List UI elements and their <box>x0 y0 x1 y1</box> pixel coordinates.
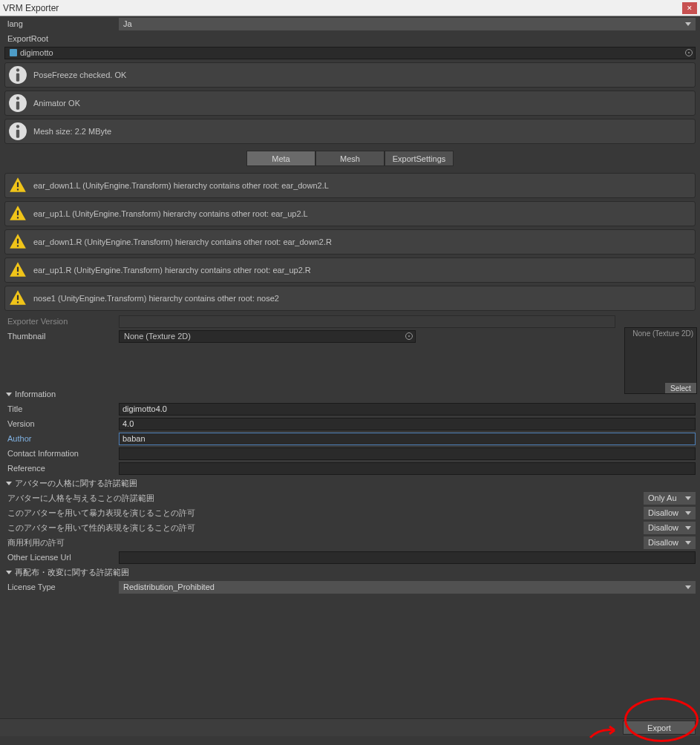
close-button[interactable]: ✕ <box>682 2 697 14</box>
warning-text: ear_down1.L (UnityEngine.Transform) hier… <box>33 181 329 190</box>
svg-rect-13 <box>17 239 19 244</box>
info-icon <box>8 122 27 141</box>
warning-1: ear_up1.L (UnityEngine.Transform) hierar… <box>4 201 696 226</box>
svg-rect-5 <box>16 102 19 110</box>
sexual-label: このアバターを用いて性的表現を演じることの許可 <box>4 522 644 534</box>
thumbnail-preview-text: None (Texture 2D) <box>625 328 696 339</box>
svg-point-4 <box>16 96 19 99</box>
author-input[interactable] <box>119 433 696 445</box>
info-text: PoseFreeze checked. OK <box>33 70 126 79</box>
thumbnail-preview: None (Texture 2D) Select <box>624 327 697 394</box>
tab-mesh[interactable]: Mesh <box>315 151 385 166</box>
warning-icon <box>8 204 27 223</box>
allowed-dropdown[interactable]: Only Au <box>644 492 696 505</box>
info-icon <box>8 93 27 113</box>
thumbnail-label: Thumbnail <box>4 332 119 341</box>
warning-text: ear_up1.R (UnityEngine.Transform) hierar… <box>33 266 311 275</box>
svg-rect-9 <box>17 183 19 188</box>
warning-icon <box>8 260 27 280</box>
thumbnail-row: Thumbnail None (Texture 2D) <box>4 329 696 344</box>
commercial-label: 商用利用の許可 <box>4 537 644 548</box>
tabs: Meta Mesh ExportSettings <box>0 147 700 170</box>
svg-rect-12 <box>17 217 19 218</box>
exporter-version-field <box>119 315 615 328</box>
redistribution-header[interactable]: 再配布・改変に関する許諾範囲 <box>4 565 696 580</box>
svg-point-7 <box>16 125 19 128</box>
thumbnail-field[interactable]: None (Texture 2D) <box>119 330 416 343</box>
allowed-label: アバターに人格を与えることの許諾範囲 <box>4 493 644 504</box>
sexual-dropdown[interactable]: Disallow <box>644 522 696 534</box>
contact-input[interactable] <box>119 447 696 460</box>
exporter-version-label: Exporter Version <box>4 317 119 326</box>
tab-meta[interactable]: Meta <box>246 151 315 166</box>
information-header[interactable]: Information <box>4 387 696 401</box>
svg-rect-14 <box>17 245 19 246</box>
exportroot-row: ExportRoot <box>4 31 696 46</box>
warning-text: ear_down1.R (UnityEngine.Transform) hier… <box>33 237 332 246</box>
otherurl-label: Other License Url <box>4 553 119 562</box>
lang-dropdown[interactable]: Ja <box>119 18 696 30</box>
foldout-icon <box>6 482 12 485</box>
lang-value: Ja <box>123 19 132 28</box>
svg-rect-15 <box>17 267 19 272</box>
title-label: Title <box>4 404 119 413</box>
svg-rect-11 <box>17 211 19 216</box>
svg-rect-2 <box>16 73 19 82</box>
version-label: Version <box>4 419 119 428</box>
svg-rect-10 <box>17 188 19 190</box>
info-meshsize: Mesh size: 2.2 MByte <box>4 119 696 144</box>
info-animator: Animator OK <box>4 91 696 116</box>
lang-label: lang <box>4 19 119 28</box>
commercial-dropdown[interactable]: Disallow <box>644 536 696 549</box>
reference-input[interactable] <box>119 462 696 475</box>
warning-icon <box>8 289 27 308</box>
export-button[interactable]: Export <box>623 721 696 735</box>
annotation-arrow <box>589 724 618 739</box>
warning-icon <box>8 232 27 252</box>
exportroot-label: ExportRoot <box>4 34 119 43</box>
version-input[interactable] <box>119 418 696 430</box>
licensetype-dropdown[interactable]: Redistribution_Prohibited <box>119 581 696 594</box>
titlebar: VRM Exporter ✕ <box>0 0 700 16</box>
svg-rect-17 <box>17 295 19 301</box>
exporter-version-row: Exporter Version <box>4 314 696 329</box>
violent-dropdown[interactable]: Disallow <box>644 507 696 519</box>
foldout-icon <box>6 393 12 396</box>
svg-rect-18 <box>17 301 19 303</box>
svg-point-1 <box>16 68 19 71</box>
warning-3: ear_up1.R (UnityEngine.Transform) hierar… <box>4 257 696 283</box>
object-picker-icon[interactable] <box>405 332 413 340</box>
svg-rect-8 <box>16 130 19 138</box>
svg-rect-16 <box>17 273 19 275</box>
warning-text: nose1 (UnityEngine.Transform) hierarchy … <box>33 294 279 303</box>
otherurl-input[interactable] <box>119 551 696 564</box>
foldout-icon <box>6 571 12 574</box>
warning-2: ear_down1.R (UnityEngine.Transform) hier… <box>4 229 696 255</box>
warning-4: nose1 (UnityEngine.Transform) hierarchy … <box>4 286 696 311</box>
info-icon <box>8 65 27 85</box>
info-text: Animator OK <box>33 99 80 108</box>
avatar-perm-header[interactable]: アバターの人格に関する許諾範囲 <box>4 476 696 490</box>
window-title: VRM Exporter <box>3 3 682 13</box>
thumbnail-value: None (Texture 2D) <box>124 332 191 341</box>
prefab-icon <box>10 49 17 56</box>
warning-icon <box>8 176 27 195</box>
tab-exportsettings[interactable]: ExportSettings <box>385 151 454 166</box>
lang-row: lang Ja <box>4 16 696 31</box>
exportroot-value: digimotto <box>20 48 53 57</box>
warning-text: ear_up1.L (UnityEngine.Transform) hierar… <box>33 209 308 218</box>
licensetype-label: License Type <box>4 582 119 591</box>
reference-label: Reference <box>4 464 119 473</box>
object-picker-icon[interactable] <box>685 49 693 56</box>
info-posefreeze: PoseFreeze checked. OK <box>4 62 696 88</box>
warning-0: ear_down1.L (UnityEngine.Transform) hier… <box>4 173 696 198</box>
info-text: Mesh size: 2.2 MByte <box>33 127 111 136</box>
title-input[interactable] <box>119 403 696 416</box>
author-label: Author <box>4 434 119 443</box>
thumbnail-select-button[interactable]: Select <box>665 383 696 393</box>
contact-label: Contact Information <box>4 449 119 458</box>
exportroot-field[interactable]: digimotto <box>4 47 696 59</box>
violent-label: このアバターを用いて暴力表現を演じることの許可 <box>4 508 644 519</box>
